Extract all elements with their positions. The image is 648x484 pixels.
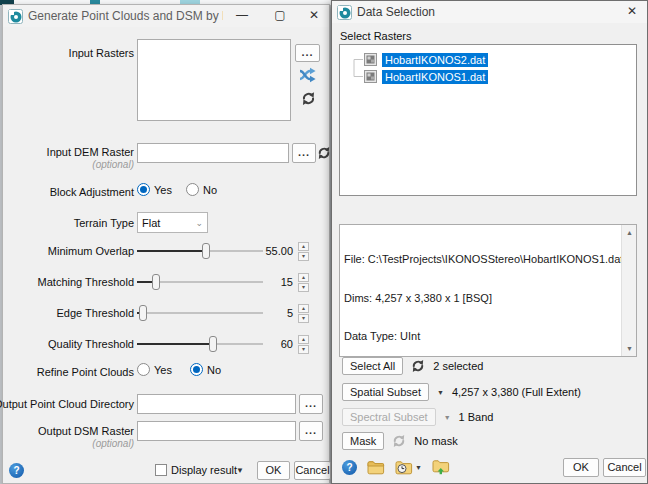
scroll-up-icon[interactable]: ▲	[622, 225, 637, 240]
block-adjustment-no-radio[interactable]	[186, 183, 199, 196]
edge-threshold-value: 5	[263, 307, 293, 319]
minimum-overlap-row: Minimum Overlap 55.00 ▴ ▾	[3, 241, 331, 261]
raster-file-name[interactable]: HobartIKONOS2.dat	[382, 53, 488, 67]
spin-down-icon[interactable]: ▾	[298, 283, 309, 292]
mask-button[interactable]: Mask	[342, 432, 384, 450]
terrain-type-label: Terrain Type	[3, 217, 134, 230]
cancel-button[interactable]: Cancel	[603, 458, 646, 477]
mask-row: Mask No mask	[342, 432, 458, 450]
spectral-subset-value: 1 Band	[459, 411, 494, 423]
input-rasters-label: Input Rasters	[3, 47, 134, 60]
input-dem-browse-button[interactable]: ...	[292, 143, 316, 163]
raster-list[interactable]: HobartIKONOS2.dat HobartIKONOS1.dat	[339, 44, 637, 196]
info-scrollbar[interactable]: ▲ ▼	[621, 225, 636, 356]
matching-threshold-slider[interactable]	[137, 272, 263, 292]
spin-down-icon[interactable]: ▾	[298, 314, 309, 323]
block-adjustment-yes-radio[interactable]	[137, 183, 150, 196]
refine-yes-radio[interactable]	[137, 363, 150, 376]
minimum-overlap-label: Minimum Overlap	[3, 245, 134, 258]
display-result-label[interactable]: Display result	[171, 464, 237, 476]
help-icon[interactable]: ?	[342, 460, 357, 475]
ok-button[interactable]: OK	[563, 458, 599, 477]
refresh-dem-icon[interactable]	[317, 146, 331, 160]
output-dsm-browse-button[interactable]: ...	[299, 421, 323, 441]
spatial-subset-button[interactable]: Spatial Subset	[342, 383, 429, 401]
reorder-rasters-icon[interactable]	[299, 67, 317, 83]
quality-threshold-spinner: ▴ ▾	[298, 335, 309, 354]
minimum-overlap-value: 55.00	[263, 245, 293, 257]
slider-thumb[interactable]	[139, 305, 147, 321]
open-recent-arrow-icon[interactable]: ▼	[415, 464, 422, 471]
input-rasters-browse-button[interactable]: ...	[295, 44, 320, 62]
spin-up-icon[interactable]: ▴	[298, 242, 309, 251]
raster-file-name[interactable]: HobartIKONOS1.dat	[382, 70, 488, 84]
spin-up-icon[interactable]: ▴	[298, 335, 309, 344]
spin-down-icon[interactable]: ▾	[298, 252, 309, 261]
spin-down-icon[interactable]: ▾	[298, 345, 309, 354]
block-adjustment-no-label[interactable]: No	[203, 184, 217, 196]
open-recent-group[interactable]: ▼	[395, 460, 422, 475]
output-point-cloud-directory-label: Output Point Cloud Directory	[3, 398, 134, 411]
select-all-row: Select All 2 selected	[342, 357, 483, 375]
quality-threshold-value: 60	[263, 338, 293, 350]
cancel-button[interactable]: Cancel	[294, 461, 331, 480]
refine-no-label[interactable]: No	[207, 364, 221, 376]
close-icon[interactable]: ✕	[299, 5, 329, 27]
matching-threshold-label: Matching Threshold	[3, 276, 134, 289]
chevron-down-icon: ⌄	[195, 218, 203, 228]
footer-dropdown-arrow-icon[interactable]: ▼	[236, 466, 244, 475]
block-adjustment-radio-group: Yes No	[137, 183, 217, 196]
output-point-cloud-browse-button[interactable]: ...	[299, 394, 323, 414]
left-dialog-titlebar[interactable]: Generate Point Clouds and DSM by Dense..…	[3, 5, 329, 27]
refresh-selection-icon[interactable]	[411, 359, 425, 373]
selected-count: 2 selected	[433, 360, 483, 372]
select-all-button[interactable]: Select All	[342, 357, 403, 375]
select-rasters-label: Select Rasters	[340, 30, 412, 42]
edge-threshold-row: Edge Threshold 5 ▴ ▾	[3, 303, 331, 323]
help-icon[interactable]: ?	[9, 463, 24, 478]
matching-threshold-row: Matching Threshold 15 ▴ ▾	[3, 272, 331, 292]
display-result-checkbox[interactable]	[155, 464, 167, 476]
terrain-type-dropdown[interactable]: Flat ⌄	[137, 212, 208, 233]
raster-list-item[interactable]: HobartIKONOS1.dat	[364, 68, 488, 85]
refine-yes-label[interactable]: Yes	[154, 364, 172, 376]
quality-threshold-row: Quality Threshold 60 ▴ ▾	[3, 334, 331, 354]
input-rasters-field[interactable]	[137, 39, 291, 121]
edge-threshold-slider[interactable]	[137, 303, 263, 323]
spectral-subset-button: Spectral Subset	[342, 408, 436, 426]
slider-thumb[interactable]	[202, 243, 210, 259]
input-dem-field[interactable]	[137, 143, 289, 163]
spin-up-icon[interactable]: ▴	[298, 273, 309, 282]
display-result-group: Display result	[155, 464, 237, 476]
raster-list-item[interactable]: HobartIKONOS2.dat	[364, 51, 488, 68]
right-dialog-titlebar[interactable]: Data Selection ✕	[332, 1, 647, 23]
left-dialog-title: Generate Point Clouds and DSM by Dense..…	[28, 9, 223, 23]
output-dsm-raster-label: Output DSM Raster	[3, 425, 134, 438]
edge-threshold-spinner: ▴ ▾	[298, 304, 309, 323]
ok-button[interactable]: OK	[257, 461, 290, 480]
minimize-icon[interactable]: —	[223, 5, 261, 27]
quality-threshold-slider[interactable]	[137, 334, 263, 354]
slider-thumb[interactable]	[152, 274, 160, 290]
terrain-type-value: Flat	[142, 217, 160, 229]
close-icon[interactable]: ✕	[617, 1, 647, 23]
right-dialog-title: Data Selection	[357, 5, 435, 19]
block-adjustment-yes-label[interactable]: Yes	[154, 184, 172, 196]
output-point-cloud-directory-field[interactable]	[137, 394, 296, 414]
maximize-icon[interactable]: ▢	[261, 5, 299, 27]
open-remote-dataset-icon[interactable]	[432, 459, 450, 475]
open-file-icon[interactable]	[367, 460, 385, 475]
open-recent-icon[interactable]	[395, 460, 413, 475]
scroll-down-icon[interactable]: ▼	[622, 341, 637, 356]
slider-thumb[interactable]	[209, 336, 217, 352]
minimum-overlap-slider[interactable]	[137, 241, 263, 261]
spatial-subset-arrow-icon[interactable]: ▼	[437, 389, 444, 396]
spatial-subset-value: 4,257 x 3,380 (Full Extent)	[452, 386, 581, 398]
refine-no-radio[interactable]	[190, 363, 203, 376]
refine-point-clouds-radio-group: Yes No	[137, 363, 221, 376]
spin-up-icon[interactable]: ▴	[298, 304, 309, 313]
data-selection-dialog: Data Selection ✕ Select Rasters HobartIK…	[331, 0, 648, 484]
minimum-overlap-spinner: ▴ ▾	[298, 242, 309, 261]
output-dsm-raster-field[interactable]	[137, 421, 296, 441]
refresh-rasters-icon[interactable]	[301, 91, 316, 106]
